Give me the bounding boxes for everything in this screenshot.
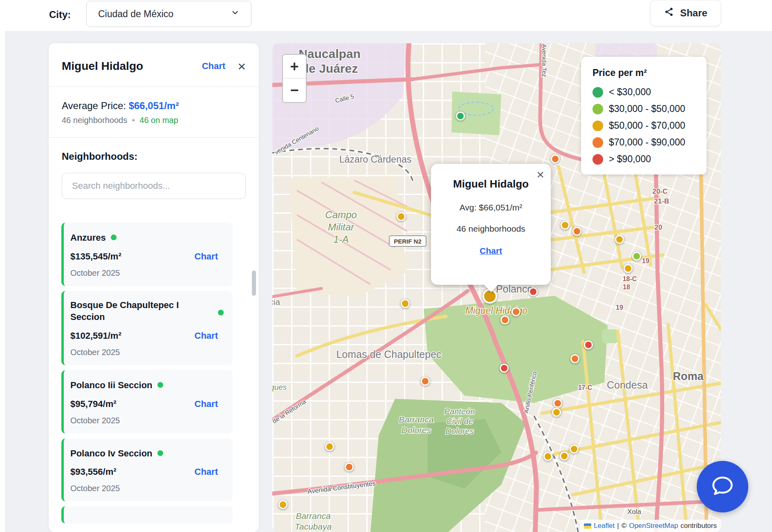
legend-item: $50,000 - $70,000 <box>592 120 695 131</box>
share-icon <box>664 7 674 20</box>
map-marker[interactable] <box>345 463 354 472</box>
copyright-symbol: © <box>622 522 627 530</box>
neighborhood-chart-link[interactable]: Chart <box>195 399 218 409</box>
map-marker[interactable] <box>615 235 624 244</box>
list-item-partial[interactable] <box>61 506 233 523</box>
legend-label: $70,000 - $90,000 <box>609 137 685 148</box>
legend-color-dot <box>592 137 603 148</box>
osm-link[interactable]: OpenStreetMap <box>629 522 678 530</box>
map-marker[interactable] <box>543 452 552 461</box>
map-marker[interactable] <box>552 408 561 417</box>
status-dot-icon <box>157 450 163 456</box>
legend-label: $50,000 - $70,000 <box>609 120 685 131</box>
chevron-down-icon <box>231 8 240 20</box>
map-marker[interactable] <box>421 377 430 386</box>
neighborhood-price: $135,545/m² <box>70 251 195 262</box>
map-marker[interactable] <box>401 299 410 308</box>
chat-button[interactable] <box>697 461 748 512</box>
delegation-chart-link[interactable]: Chart <box>202 61 225 72</box>
legend-label: $30,000 - $50,000 <box>609 103 685 114</box>
legend-color-dot <box>592 104 603 114</box>
map-marker[interactable] <box>456 112 465 121</box>
share-button[interactable]: Share <box>650 0 721 26</box>
neighborhood-name: Anzures <box>70 232 106 244</box>
legend-label: < $30,000 <box>609 87 651 98</box>
legend-item: $30,000 - $50,000 <box>592 103 695 114</box>
on-map-count: 46 on map <box>139 116 178 125</box>
neighborhood-date: October 2025 <box>70 484 224 493</box>
average-price-label: Average Price: <box>62 100 126 111</box>
map-marker[interactable] <box>500 315 509 324</box>
legend-color-dot <box>592 121 603 131</box>
neighborhood-name: Polanco Iii Seccion <box>70 379 153 391</box>
neighborhood-name: Polanco Iv Seccion <box>70 447 153 460</box>
city-select[interactable]: Ciudad de México <box>86 1 251 27</box>
map-marker[interactable] <box>561 221 570 230</box>
close-icon[interactable]: × <box>238 60 246 72</box>
average-price-value: $66,051/m² <box>129 100 179 111</box>
sidebar-panel: Miguel Hidalgo Chart × Average Price: $6… <box>49 43 259 532</box>
list-item[interactable]: Bosque De Chapultepec I Seccion $102,591… <box>61 291 233 365</box>
popup-title: Miguel Hidalgo <box>439 178 543 190</box>
attribution-divider: | <box>617 522 619 530</box>
sidebar-header: Miguel Hidalgo Chart × <box>49 43 259 73</box>
neighborhood-price: $93,556/m² <box>70 467 195 477</box>
neighborhoods-heading: Neighborhoods: <box>62 151 246 162</box>
neighborhood-count: 46 neighborhoods <box>62 116 127 125</box>
chat-bubble-icon <box>710 474 735 500</box>
map-marker[interactable] <box>500 364 509 373</box>
status-dot-icon <box>157 382 163 388</box>
zoom-in-button[interactable]: + <box>283 55 306 78</box>
map-marker[interactable] <box>570 354 579 363</box>
average-price-block: Average Price: $66,051/m² 46 neighborhoo… <box>49 87 259 137</box>
legend-color-dot <box>592 154 603 165</box>
road-shield: PERIF N2 <box>389 235 426 247</box>
status-dot-icon <box>111 235 117 240</box>
neighborhood-chart-link[interactable]: Chart <box>195 331 218 341</box>
legend-item: $70,000 - $90,000 <box>592 137 695 148</box>
list-item[interactable]: Polanco Iv Seccion $93,556/m² Chart Octo… <box>61 438 233 502</box>
popup-count: 46 neighborhoods <box>439 224 543 234</box>
map-marker[interactable] <box>397 212 406 221</box>
popup-close-icon[interactable]: × <box>536 167 544 182</box>
zoom-control: + − <box>282 54 307 103</box>
map-marker[interactable] <box>584 340 593 349</box>
list-scrollbar-thumb[interactable] <box>252 270 256 296</box>
zoom-out-button[interactable]: − <box>283 78 306 102</box>
list-item[interactable]: Polanco Iii Seccion $95,794/m² Chart Oct… <box>61 370 233 434</box>
ukraine-flag-icon <box>584 523 591 529</box>
map-marker[interactable] <box>560 452 569 460</box>
legend-color-dot <box>592 87 603 98</box>
neighborhood-chart-link[interactable]: Chart <box>195 251 218 262</box>
legend-item: > $90,000 <box>592 154 695 165</box>
share-label: Share <box>680 7 707 19</box>
list-item[interactable]: Anzures $135,545/m² Chart October 2025 <box>61 223 233 286</box>
selected-map-marker[interactable] <box>482 289 497 304</box>
map-marker[interactable] <box>278 500 287 509</box>
map-marker[interactable] <box>325 442 334 451</box>
attribution-suffix: contributors <box>680 522 717 530</box>
search-input[interactable] <box>62 173 246 199</box>
map-marker[interactable] <box>632 252 641 261</box>
map-legend: Price per m² < $30,000 $30,000 - $50,000… <box>581 57 707 174</box>
top-bar: City: Ciudad de México Share <box>0 0 772 31</box>
map-marker[interactable] <box>570 445 579 454</box>
neighborhood-date: October 2025 <box>70 348 224 357</box>
map-marker[interactable] <box>624 264 633 273</box>
legend-label: > $90,000 <box>609 154 651 165</box>
neighborhood-chart-link[interactable]: Chart <box>195 467 218 477</box>
map-marker[interactable] <box>572 227 581 236</box>
map-attribution: Leaflet | © OpenStreetMap contributors <box>580 520 721 532</box>
map-marker[interactable] <box>551 154 560 163</box>
city-label: City: <box>49 9 71 20</box>
neighborhoods-section: Neighborhoods: <box>49 138 259 213</box>
map-canvas[interactable]: Naucalpande JuárezLázaro CárdenasCampoMi… <box>272 43 721 532</box>
neighborhood-date: October 2025 <box>70 416 224 425</box>
stats-separator: • <box>132 116 135 125</box>
popup-chart-link[interactable]: Chart <box>480 246 502 256</box>
popup-average: Avg: $66,051/m² <box>439 203 543 212</box>
map-marker[interactable] <box>529 287 538 296</box>
leaflet-link[interactable]: Leaflet <box>594 522 615 530</box>
map-marker[interactable] <box>512 307 521 316</box>
map-marker[interactable] <box>553 399 562 408</box>
